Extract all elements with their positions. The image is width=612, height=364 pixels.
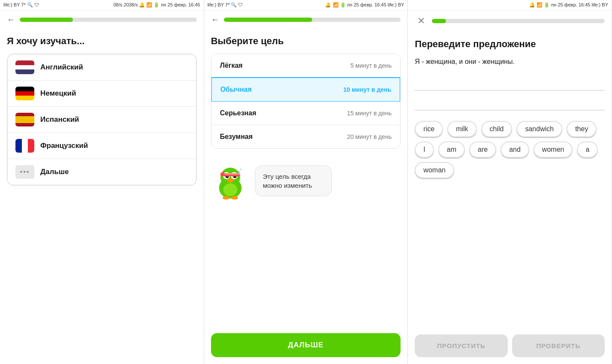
answer-line-1: [415, 75, 605, 91]
svg-point-8: [227, 178, 233, 183]
status-bar-2: life:) BY 7⁴ 🔍 🛡 🔔 📶 🔋 пн 25 февр. 16:45…: [204, 0, 408, 10]
flag-de: [15, 87, 34, 100]
status-right-3: 🔔 📶 🔋 пн 25 февр. 16:45 life:) BY: [529, 2, 608, 8]
duolingo-mascot: [211, 162, 250, 200]
goal-label-serious: Серьезная: [220, 109, 256, 117]
panel-language-selection: life:) BY 7⁴ 🔍 🛡 08/s 2038/s 🔔 📶 🔋 пн 25…: [0, 0, 204, 364]
status-left-2: life:) BY 7⁴ 🔍 🛡: [208, 2, 243, 8]
word-chip-a[interactable]: a: [577, 141, 598, 158]
answer-line-2: [415, 95, 605, 111]
language-item-spanish[interactable]: Испанский: [8, 107, 196, 133]
word-bank: rice milk child sandwich they I am are a…: [415, 121, 605, 178]
status-right-2: 🔔 📶 🔋 пн 25 февр. 16:45 life:) BY: [325, 2, 404, 8]
goal-time-normal: 10 минут в день: [344, 86, 392, 93]
word-chip-and[interactable]: and: [500, 141, 529, 158]
goal-label-normal: Обычная: [220, 86, 252, 93]
status-right-1: 08/s 2038/s 🔔 📶 🔋 пн 25 февр. 16:45: [113, 2, 200, 8]
panel2-title: Выберите цель: [211, 36, 401, 47]
language-item-french[interactable]: Французский: [8, 133, 196, 159]
word-chip-they[interactable]: they: [567, 121, 597, 137]
more-dots-icon: •••: [20, 168, 30, 176]
progress-fill-1: [20, 18, 73, 22]
language-name-spanish: Испанский: [40, 115, 79, 124]
language-item-german[interactable]: Немецкий: [8, 81, 196, 107]
panel3-content: Переведите предложение Я - женщина, и он…: [408, 32, 612, 364]
word-chip-are[interactable]: are: [469, 141, 496, 158]
language-name-german: Немецкий: [40, 89, 76, 98]
answer-lines: [415, 75, 605, 111]
mascot-bubble: Эту цель всегда можно изменить: [255, 165, 332, 196]
language-item-english[interactable]: Английский: [8, 54, 196, 81]
goal-list: Лёгкая 5 минут в день Обычная 10 минут в…: [211, 54, 401, 149]
exercise-sentence: Я - женщина, и они - женщины.: [415, 57, 605, 67]
svg-point-13: [223, 196, 229, 199]
word-chip-rice[interactable]: rice: [415, 121, 443, 137]
panel-goal-selection: life:) BY 7⁴ 🔍 🛡 🔔 📶 🔋 пн 25 февр. 16:45…: [204, 0, 408, 364]
close-button[interactable]: ✕: [415, 15, 428, 27]
status-left-1: life:) BY 7⁴ 🔍 🛡: [3, 2, 39, 8]
top-bar-1: ←: [0, 10, 204, 29]
language-name-more: Дальше: [40, 168, 69, 176]
bottom-buttons: ПРОПУСТИТЬ ПРОВЕРИТЬ: [415, 334, 605, 357]
goal-item-easy[interactable]: Лёгкая 5 минут в день: [211, 54, 401, 78]
top-bar-3: ✕: [408, 10, 612, 32]
back-arrow-2[interactable]: ←: [211, 15, 220, 24]
progress-bar-1: [20, 18, 197, 22]
word-chip-child[interactable]: child: [481, 121, 513, 137]
flag-us: [15, 60, 34, 74]
flag-es: [15, 113, 34, 126]
panel1-content: Я хочу изучать... Английский Немецкий Ис…: [0, 29, 204, 364]
word-chip-am[interactable]: am: [438, 141, 465, 158]
svg-point-12: [220, 172, 225, 176]
word-chip-milk[interactable]: milk: [447, 121, 476, 137]
svg-point-14: [231, 196, 238, 199]
svg-point-16: [240, 168, 241, 170]
language-name-english: Английский: [40, 63, 83, 72]
language-list: Английский Немецкий Испанский Французски…: [7, 54, 197, 186]
flag-fr: [15, 139, 34, 153]
word-chip-i[interactable]: I: [415, 141, 434, 158]
check-button[interactable]: ПРОВЕРИТЬ: [512, 334, 605, 357]
progress-bar-3: [432, 19, 605, 23]
goal-time-serious: 15 минут в день: [347, 110, 392, 117]
panel2-content: Выберите цель Лёгкая 5 минут в день Обыч…: [204, 29, 408, 364]
panel3-title: Переведите предложение: [415, 39, 605, 50]
svg-point-15: [238, 171, 240, 173]
goal-label-crazy: Безумная: [220, 133, 253, 141]
goal-time-easy: 5 минут в день: [350, 62, 392, 69]
goal-time-crazy: 20 минут в день: [347, 133, 392, 140]
goal-item-crazy[interactable]: Безумная 20 минут в день: [211, 125, 401, 148]
back-arrow-1[interactable]: ←: [7, 15, 15, 24]
language-item-more[interactable]: ••• Дальше: [8, 159, 196, 185]
status-bar-3: 🔔 📶 🔋 пн 25 февр. 16:45 life:) BY: [408, 0, 612, 10]
flag-more: •••: [15, 165, 34, 179]
word-chip-woman[interactable]: woman: [415, 162, 454, 178]
panel1-title: Я хочу изучать...: [7, 36, 197, 47]
progress-fill-2: [224, 18, 312, 22]
word-chip-sandwich[interactable]: sandwich: [516, 121, 562, 137]
word-chip-women[interactable]: women: [534, 141, 573, 158]
language-name-french: Французский: [40, 141, 88, 150]
progress-bar-2: [224, 18, 401, 22]
goal-label-easy: Лёгкая: [220, 62, 243, 69]
goal-item-normal[interactable]: Обычная 10 минут в день: [211, 77, 401, 102]
goal-item-serious[interactable]: Серьезная 15 минут в день: [211, 102, 401, 125]
next-button[interactable]: ДАЛЬШЕ: [211, 333, 401, 357]
status-bar-1: life:) BY 7⁴ 🔍 🛡 08/s 2038/s 🔔 📶 🔋 пн 25…: [0, 0, 204, 10]
svg-point-9: [223, 184, 237, 196]
progress-fill-3: [432, 19, 446, 23]
skip-button[interactable]: ПРОПУСТИТЬ: [415, 334, 507, 357]
top-bar-2: ←: [204, 10, 408, 29]
panel-translation: 🔔 📶 🔋 пн 25 февр. 16:45 life:) BY ✕ Пере…: [408, 0, 612, 364]
mascot-bubble-row: Эту цель всегда можно изменить: [211, 157, 401, 205]
